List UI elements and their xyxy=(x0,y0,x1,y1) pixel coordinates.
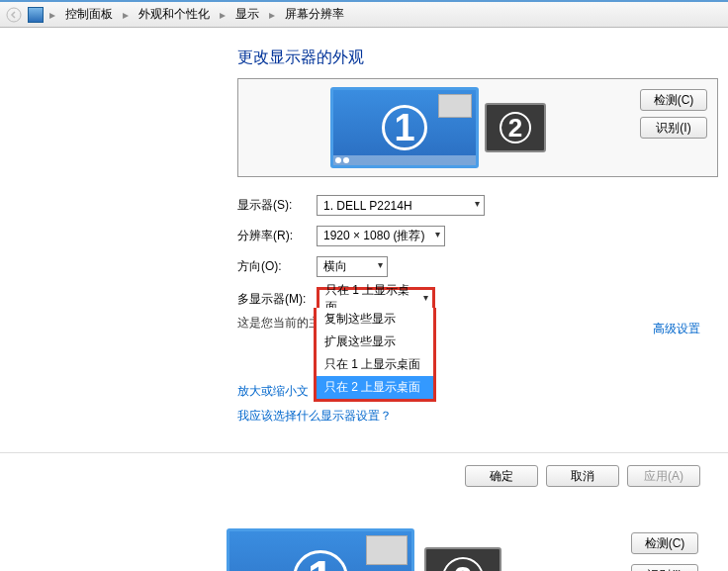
monitor-1[interactable]: 1 xyxy=(330,87,479,168)
advanced-settings-link[interactable]: 高级设置 xyxy=(653,321,700,337)
monitor-thumb-icon xyxy=(438,94,472,118)
control-panel-icon xyxy=(28,7,44,23)
monitor-preview: 1 2 检测(C) 识别(I) xyxy=(237,78,718,177)
multi-display-label: 多显示器(M): xyxy=(237,291,317,308)
breadcrumb-bar: ▸ 控制面板 ▸ 外观和个性化 ▸ 显示 ▸ 屏幕分辨率 xyxy=(0,0,728,28)
detect-button[interactable]: 检测(C) xyxy=(631,532,698,554)
monitor-1[interactable]: 1 xyxy=(227,528,414,571)
ok-button[interactable]: 确定 xyxy=(465,465,538,487)
bc-item-appearance[interactable]: 外观和个性化 xyxy=(135,4,214,25)
display-label: 显示器(S): xyxy=(237,197,317,214)
multi-option-only2[interactable]: 只在 2 上显示桌面 xyxy=(317,376,433,399)
identify-button[interactable]: 识别(I) xyxy=(631,564,698,571)
monitor-thumb-icon xyxy=(366,535,408,565)
detect-button[interactable]: 检测(C) xyxy=(640,89,707,111)
chevron-right-icon: ▸ xyxy=(121,8,131,22)
monitor-2[interactable]: 2 xyxy=(424,547,501,571)
bc-item-control-panel[interactable]: 控制面板 xyxy=(61,4,117,25)
monitor-number: 1 xyxy=(382,105,427,150)
monitor-number: 2 xyxy=(442,557,484,571)
monitor-number: 1 xyxy=(293,550,348,571)
main-content: 更改显示器的外观 1 2 检测(C) 识别(I) 显示器(S): 1. DELL… xyxy=(0,28,728,442)
multi-option-duplicate[interactable]: 复制这些显示 xyxy=(317,308,433,331)
apply-button: 应用(A) xyxy=(627,465,700,487)
help-link[interactable]: 我应该选择什么显示器设置？ xyxy=(237,409,392,423)
identify-button[interactable]: 识别(I) xyxy=(640,117,707,139)
chevron-right-icon: ▸ xyxy=(47,8,57,22)
multi-option-extend[interactable]: 扩展这些显示 xyxy=(317,331,433,353)
svg-point-0 xyxy=(7,8,21,22)
taskbar-icon xyxy=(333,155,476,165)
orientation-dropdown[interactable]: 横向 xyxy=(317,256,388,277)
multi-option-only1[interactable]: 只在 1 上显示桌面 xyxy=(317,353,433,376)
text-size-link[interactable]: 放大或缩小文 xyxy=(237,384,309,398)
display-dropdown[interactable]: 1. DELL P2214H xyxy=(317,195,485,216)
resolution-label: 分辨率(R): xyxy=(237,228,317,244)
resolution-dropdown[interactable]: 1920 × 1080 (推荐) xyxy=(317,226,445,246)
main-display-text: 这是您当前的主 xyxy=(237,315,320,332)
page-title: 更改显示器的外观 xyxy=(237,48,718,68)
monitor-2[interactable]: 2 xyxy=(485,103,546,152)
settings-form: 显示器(S): 1. DELL P2214H 分辨率(R): 1920 × 10… xyxy=(237,195,718,425)
dialog-footer: 确定 取消 应用(A) xyxy=(0,452,728,499)
chevron-right-icon: ▸ xyxy=(267,8,277,22)
nav-back-icon[interactable] xyxy=(4,5,24,25)
orientation-label: 方向(O): xyxy=(237,258,317,275)
multi-display-options: 复制这些显示 扩展这些显示 只在 1 上显示桌面 只在 2 上显示桌面 xyxy=(314,308,436,402)
cancel-button[interactable]: 取消 xyxy=(546,465,619,487)
chevron-right-icon: ▸ xyxy=(218,8,228,22)
bc-item-resolution[interactable]: 屏幕分辨率 xyxy=(281,4,348,25)
monitor-number: 2 xyxy=(500,112,531,143)
monitor-preview-secondary: 1 2 检测(C) 识别(I) xyxy=(0,528,728,571)
bc-item-display[interactable]: 显示 xyxy=(231,4,263,25)
